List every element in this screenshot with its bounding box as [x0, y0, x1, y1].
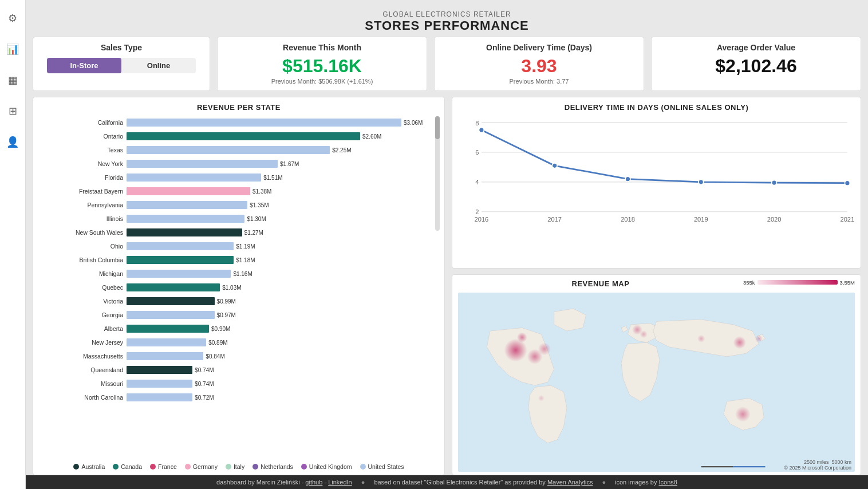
bar-value: $2.25M	[332, 147, 351, 153]
toggle-instore-button[interactable]: In-Store	[47, 58, 121, 73]
map-scale: 2500 miles 5000 km	[784, 459, 851, 465]
bar-track: $0.84M	[127, 352, 433, 360]
sidebar-icon-grid[interactable]: ⊞	[6, 104, 19, 118]
sidebar-icon-chart[interactable]: 📊	[6, 42, 19, 56]
bar-fill	[127, 201, 247, 209]
bar-row: New South Wales$1.27M	[38, 226, 433, 239]
bar-value: $3.06M	[404, 120, 423, 126]
bar-label: Missouri	[38, 380, 127, 387]
footer-maven-link[interactable]: Maven Analytics	[547, 479, 593, 486]
bar-value: $1.30M	[247, 216, 266, 222]
svg-point-29	[735, 407, 751, 422]
legend-color-dot	[150, 464, 156, 470]
footer-icons8-link[interactable]: Icons8	[659, 479, 677, 486]
bar-value: $0.89M	[208, 340, 227, 346]
bar-fill	[127, 393, 192, 401]
svg-text:2021: 2021	[841, 216, 855, 223]
bar-fill	[127, 325, 209, 333]
footer-github-link[interactable]: github	[305, 479, 322, 486]
bar-value: $1.03M	[222, 285, 241, 291]
kpi-revenue: Revenue This Month $515.16K Previous Mon…	[217, 37, 427, 91]
gradient-bar	[757, 280, 838, 285]
svg-point-16	[625, 176, 630, 182]
bar-label: Massachusetts	[38, 353, 127, 360]
svg-text:8: 8	[475, 120, 479, 127]
sidebar-icon-filter[interactable]: ⚙	[6, 11, 19, 25]
dashboard-header: GLOBAL ELECTRONICS RETAILER STORES PERFO…	[33, 6, 861, 37]
sidebar-icon-face[interactable]: 👤	[6, 135, 19, 149]
bar-value: $0.74M	[195, 381, 214, 387]
bar-row: Queensland$0.74M	[38, 364, 433, 376]
footer: dashboard by Marcin Zielińśki - github -…	[26, 475, 868, 489]
revenue-chart-title: REVENUE PER STATE	[38, 103, 440, 112]
bar-track: $2.60M	[127, 132, 433, 140]
bar-label: Texas	[38, 147, 127, 153]
svg-text:2019: 2019	[694, 216, 708, 223]
bar-track: $1.35M	[127, 201, 433, 209]
bar-fill	[127, 297, 215, 305]
sidebar-icon-table[interactable]: ▦	[6, 73, 19, 87]
revenue-map-card: REVENUE MAP 355k 3.55M 2500 miles 5000 k…	[452, 274, 861, 475]
bar-row: British Columbia$1.18M	[38, 254, 433, 266]
bar-row: Pennsylvania$1.35M	[38, 199, 433, 211]
scroll-indicator[interactable]	[435, 116, 440, 231]
bar-value: $0.99M	[217, 298, 236, 305]
legend-item: United Kingdom	[301, 463, 352, 470]
bar-label: Ohio	[38, 243, 127, 250]
bar-track: $0.97M	[127, 311, 433, 319]
svg-text:2017: 2017	[547, 216, 562, 223]
svg-text:2016: 2016	[475, 216, 489, 223]
bar-row: New York$1.67M	[38, 157, 433, 170]
map-copyright-text: © 2025 Microsoft Corporation	[784, 465, 851, 471]
toggle-online-button[interactable]: Online	[121, 58, 196, 73]
svg-point-28	[755, 335, 763, 342]
bar-track: $1.03M	[127, 283, 433, 291]
dashboard-subtitle: GLOBAL ELECTRONICS RETAILER	[33, 10, 861, 18]
bar-value: $1.27M	[244, 230, 263, 236]
bar-row: Ohio$1.19M	[38, 240, 433, 253]
bar-fill	[127, 160, 278, 168]
svg-point-19	[845, 180, 850, 186]
bar-fill	[127, 311, 215, 319]
kpi-delivery: Online Delivery Time (Days) 3.93 Previou…	[434, 37, 644, 91]
bar-fill	[127, 132, 360, 140]
footer-text1: dashboard by Marcin Zielińśki - github -…	[216, 479, 352, 486]
main-content: GLOBAL ELECTRONICS RETAILER STORES PERFO…	[26, 0, 868, 489]
map-legend: 355k 3.55M	[743, 279, 855, 286]
bar-track: $1.19M	[127, 242, 433, 250]
legend-item: Germany	[185, 463, 218, 470]
kpi-sales-type: Sales Type In-Store Online	[33, 37, 210, 91]
svg-text:2020: 2020	[767, 216, 782, 223]
footer-linkedin-link[interactable]: LinkedIn	[328, 479, 352, 486]
bar-value: $1.19M	[236, 243, 255, 250]
bar-value: $1.67M	[280, 161, 299, 167]
map-title: REVENUE MAP	[458, 279, 743, 288]
legend-item: Canada	[113, 463, 142, 470]
kpi-revenue-label: Revenue This Month	[283, 43, 361, 52]
legend-color-dot	[252, 464, 258, 470]
svg-point-30	[538, 395, 545, 401]
legend-label: Australia	[81, 463, 105, 470]
footer-dot1: ●	[361, 479, 365, 486]
kpi-delivery-sub: Previous Month: 3.77	[510, 78, 569, 85]
dashboard-title: STORES PERFORMANCE	[33, 18, 861, 33]
bar-value: $1.38M	[252, 188, 271, 195]
svg-text:6: 6	[475, 149, 479, 156]
bar-row: Ontario$2.60M	[38, 130, 433, 143]
bar-fill	[127, 256, 234, 264]
bar-track: $1.16M	[127, 270, 433, 278]
bar-row: Michigan$1.16M	[38, 267, 433, 280]
revenue-per-state-panel: REVENUE PER STATE California$3.06MOntari…	[33, 97, 445, 475]
bar-label: Florida	[38, 174, 127, 181]
map-container: 2500 miles 5000 km © 2025 Microsoft Corp…	[458, 293, 855, 474]
bar-chart: California$3.06MOntario$2.60MTexas$2.25M…	[38, 116, 433, 460]
kpi-delivery-label: Online Delivery Time (Days)	[486, 43, 592, 52]
bar-row: New Jersey$0.89M	[38, 336, 433, 349]
legend-max: 3.55M	[840, 279, 855, 286]
legend-item: Australia	[73, 463, 105, 470]
svg-text:4: 4	[475, 179, 479, 186]
world-map-svg	[458, 293, 855, 472]
legend-color-dot	[226, 464, 231, 470]
bar-row: Victoria$0.99M	[38, 295, 433, 307]
bar-fill	[127, 215, 244, 223]
